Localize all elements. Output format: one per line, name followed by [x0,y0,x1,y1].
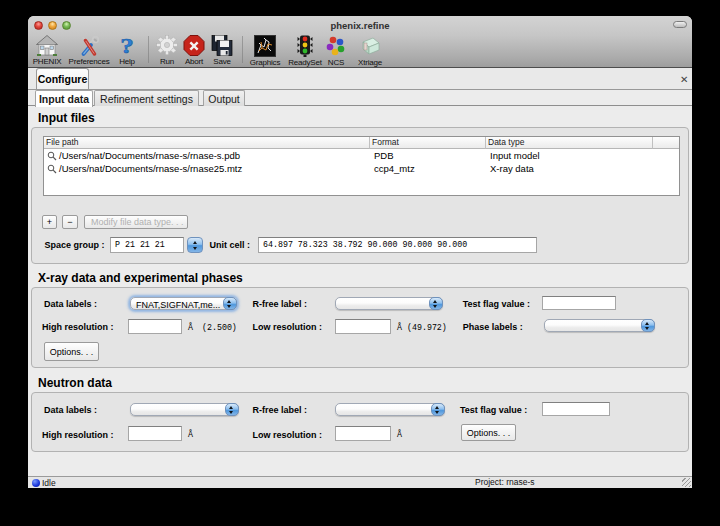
svg-text:?: ? [120,35,134,56]
